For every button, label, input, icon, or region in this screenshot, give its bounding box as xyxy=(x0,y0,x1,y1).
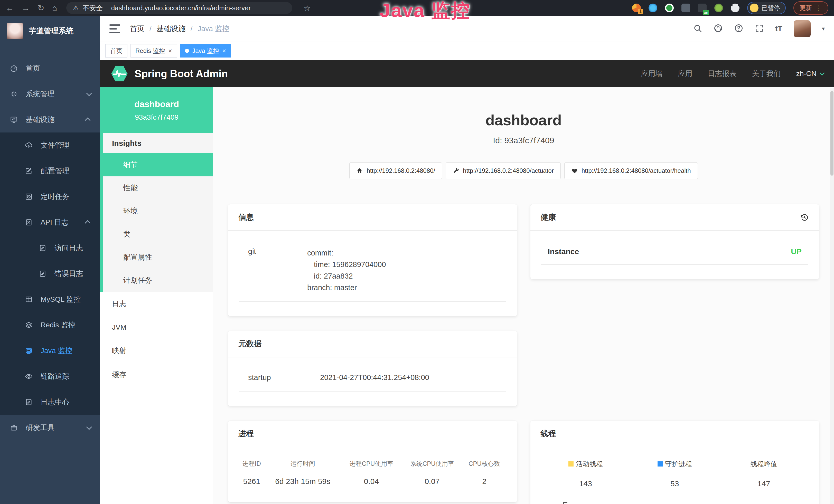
y-tick-label: 140 xyxy=(541,502,557,504)
browser-back-icon[interactable]: ← xyxy=(6,4,14,12)
sidebar-item-config-management[interactable]: 配置管理 xyxy=(0,158,100,184)
info-git-label: git xyxy=(248,247,307,294)
browser-menu-icon[interactable]: ⋮ xyxy=(815,4,822,12)
sidebar-item-error-logs[interactable]: 错误日志 xyxy=(0,261,100,287)
edit-icon xyxy=(25,167,33,175)
app-title: 芋道管理系统 xyxy=(29,26,73,36)
sidebar-item-home[interactable]: 首页 xyxy=(0,55,100,81)
sba-menu-config-props[interactable]: 配置属性 xyxy=(103,246,213,269)
process-table: 进程ID 运行时间 进程CPU使用率 系统CPU使用率 CPU核心数 5261 … xyxy=(239,460,506,486)
sba-nav-about[interactable]: 关于我们 xyxy=(752,69,781,78)
help-icon[interactable] xyxy=(734,24,743,34)
history-icon[interactable] xyxy=(800,213,809,222)
browser-forward-icon[interactable]: → xyxy=(22,4,30,12)
sba-app-header[interactable]: dashboard 93a3fc7f7409 xyxy=(100,87,213,133)
sidebar-item-trace[interactable]: 链路追踪 xyxy=(0,364,100,389)
sidebar-item-access-logs[interactable]: 访问日志 xyxy=(0,235,100,261)
extension-leaf-icon[interactable] xyxy=(714,4,723,12)
sidebar-item-dev-tools[interactable]: 研发工具 xyxy=(0,415,100,441)
breadcrumb-home[interactable]: 首页 xyxy=(130,24,144,33)
font-size-icon[interactable]: tT xyxy=(775,24,782,33)
service-url-button[interactable]: http://192.168.0.2:48080/ xyxy=(349,162,442,179)
sidebar-item-redis-monitor[interactable]: Redis 监控 xyxy=(0,312,100,338)
sidebar-item-log-center[interactable]: 日志中心 xyxy=(0,389,100,415)
sba-nav-journal[interactable]: 日志报表 xyxy=(708,69,737,78)
update-label: 更新 xyxy=(799,4,812,12)
app-logo-row[interactable]: 芋道管理系统 xyxy=(0,16,100,46)
extension-orange-icon[interactable]: 1 xyxy=(632,4,641,12)
sba-brand-title: Spring Boot Admin xyxy=(135,68,228,79)
sba-locale-select[interactable]: zh-CN xyxy=(796,70,823,78)
dashboard-icon xyxy=(10,64,18,72)
tabs-bar: 首页 Redis 监控 × Java 监控 × xyxy=(100,42,834,60)
sba-app-id: 93a3fc7f7409 xyxy=(103,113,211,121)
sba-menu-environment[interactable]: 环境 xyxy=(103,200,213,223)
extension-grid-icon[interactable] xyxy=(681,4,690,12)
health-instance-row[interactable]: Instance UP xyxy=(541,247,809,265)
sidebar-item-scheduled-tasks[interactable]: 定时任务 xyxy=(0,184,100,209)
health-url-button[interactable]: http://192.168.0.2:48080/actuator/health xyxy=(564,162,698,179)
home-icon xyxy=(356,167,363,174)
extension-puzzle-icon[interactable] xyxy=(731,4,740,12)
threads-chart: 140 120 100 xyxy=(541,502,809,504)
user-menu-caret-icon[interactable]: ▾ xyxy=(822,25,825,32)
sba-menu-jvm[interactable]: JVM xyxy=(100,316,213,339)
actuator-url-button[interactable]: http://192.168.0.2:48080/actuator xyxy=(446,162,561,179)
sidebar-item-label: 访问日志 xyxy=(54,243,83,253)
process-card-title: 进程 xyxy=(238,429,254,439)
tab-java-monitor[interactable]: Java 监控 × xyxy=(180,44,231,58)
scrollbar-thumb[interactable] xyxy=(830,91,833,176)
extension-switch-icon[interactable]: on xyxy=(698,4,707,12)
close-icon[interactable]: × xyxy=(222,47,226,54)
tab-redis-monitor[interactable]: Redis 监控 × xyxy=(130,44,177,58)
sidebar-item-file-management[interactable]: 文件管理 xyxy=(0,133,100,158)
eye-icon xyxy=(25,372,33,381)
close-icon[interactable]: × xyxy=(168,47,172,54)
database-table-icon xyxy=(25,295,33,303)
sidebar-item-java-monitor[interactable]: Java 监控 xyxy=(0,338,100,364)
chevron-down-icon xyxy=(86,90,92,96)
java-monitor-icon xyxy=(25,347,33,355)
sidebar-item-label: API 日志 xyxy=(41,217,69,227)
spring-boot-admin-logo-icon[interactable] xyxy=(111,65,128,82)
peak-threads-value: 147 xyxy=(719,479,808,488)
update-browser-button[interactable]: 更新 ⋮ xyxy=(793,1,828,15)
chevron-down-icon xyxy=(820,70,825,75)
sba-menu-mappings[interactable]: 映射 xyxy=(100,339,213,363)
extension-check-icon[interactable] xyxy=(665,4,674,12)
log-edit-icon xyxy=(39,244,47,252)
sidebar-toggle-icon[interactable] xyxy=(109,24,120,33)
sba-menu-scheduled-tasks[interactable]: 计划任务 xyxy=(103,269,213,292)
sba-menu-classes[interactable]: 类 xyxy=(103,223,213,246)
user-avatar[interactable] xyxy=(794,20,811,37)
sidebar-item-label: 日志中心 xyxy=(41,397,69,407)
log-edit-icon xyxy=(25,398,33,406)
breadcrumb-infrastructure[interactable]: 基础设施 xyxy=(157,24,185,33)
extension-pin-icon[interactable] xyxy=(649,4,657,12)
sidebar-item-system[interactable]: 系统管理 xyxy=(0,81,100,107)
sidebar-item-label: 配置管理 xyxy=(41,166,69,176)
profile-paused-chip[interactable]: 已暂停 xyxy=(747,2,786,14)
sidebar-item-mysql-monitor[interactable]: MySQL 监控 xyxy=(0,287,100,312)
process-col-cpus: CPU核心数 xyxy=(463,460,506,477)
bookmark-star-icon[interactable]: ☆ xyxy=(304,4,310,13)
sba-nav-wallboard[interactable]: 应用墙 xyxy=(641,69,663,78)
sidebar-item-api-logs[interactable]: API 日志 xyxy=(0,209,100,235)
browser-reload-icon[interactable]: ↻ xyxy=(38,4,44,12)
sba-content: dashboard Id: 93a3fc7f7409 http://192.16… xyxy=(213,87,834,504)
sba-menu-caches[interactable]: 缓存 xyxy=(100,363,213,387)
content-scrollbar[interactable] xyxy=(830,88,834,504)
github-icon[interactable] xyxy=(714,24,723,34)
sba-menu-logs[interactable]: 日志 xyxy=(100,292,213,316)
address-bar[interactable]: ⚠ 不安全 dashboard.yudao.iocoder.cn/infra/a… xyxy=(66,2,292,14)
process-col-process-cpu: 进程CPU使用率 xyxy=(341,460,402,477)
browser-home-icon[interactable]: ⌂ xyxy=(52,4,57,12)
fullscreen-icon[interactable] xyxy=(755,24,764,34)
search-icon[interactable] xyxy=(693,24,702,34)
sidebar-item-infrastructure[interactable]: 基础设施 xyxy=(0,107,100,133)
sba-nav-applications[interactable]: 应用 xyxy=(678,69,693,78)
sba-menu-metrics[interactable]: 性能 xyxy=(103,176,213,200)
tab-home[interactable]: 首页 xyxy=(105,44,127,58)
sba-menu-details[interactable]: 细节 xyxy=(103,153,213,176)
sidebar-item-label: 错误日志 xyxy=(54,269,83,279)
